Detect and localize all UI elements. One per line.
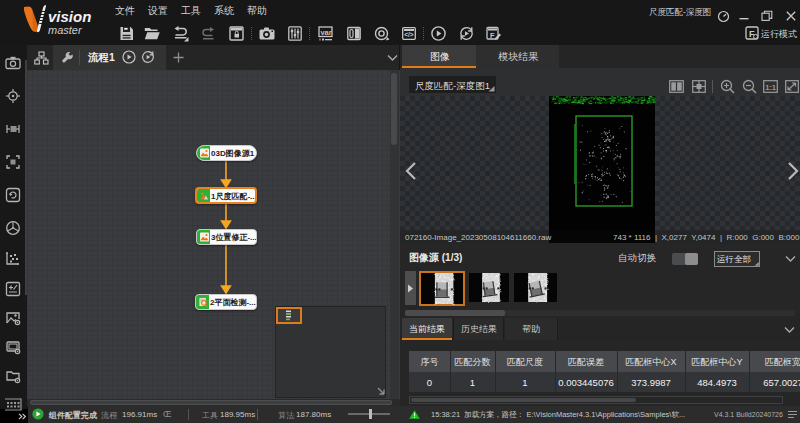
svg-text:vision: vision — [48, 8, 91, 25]
svg-text:master: master — [48, 24, 83, 36]
svg-text:F: F — [490, 31, 495, 40]
svg-text:var: var — [320, 28, 331, 37]
svg-text:</>: </> — [404, 31, 414, 38]
svg-text:1:1: 1:1 — [765, 83, 776, 92]
